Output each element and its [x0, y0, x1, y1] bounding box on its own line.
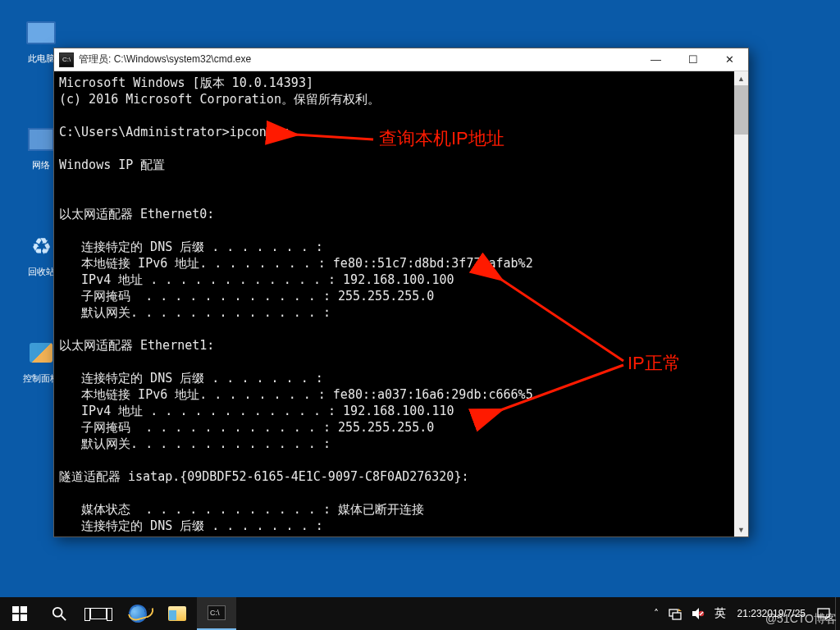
folder-icon — [168, 606, 186, 621]
scroll-thumb[interactable] — [734, 85, 748, 135]
svg-rect-8 — [673, 613, 681, 619]
tray-ime[interactable]: 英 — [710, 597, 731, 630]
titlebar[interactable]: C:\ 管理员: C:\Windows\system32\cmd.exe — ☐… — [54, 48, 748, 71]
window-title: 管理员: C:\Windows\system32\cmd.exe — [79, 52, 637, 66]
tray-chevron[interactable]: ˄ — [649, 597, 664, 630]
recycle-icon: ♻ — [25, 230, 57, 262]
search-button[interactable] — [39, 597, 79, 630]
terminal-output[interactable]: Microsoft Windows [版本 10.0.14393] (c) 20… — [54, 71, 734, 536]
search-icon — [52, 606, 66, 621]
vertical-scrollbar[interactable]: ▲ ▼ — [734, 71, 748, 536]
cmd-body: Microsoft Windows [版本 10.0.14393] (c) 20… — [54, 71, 748, 536]
network-icon — [25, 123, 57, 156]
cmd-window[interactable]: C:\ 管理员: C:\Windows\system32\cmd.exe — ☐… — [53, 48, 749, 537]
svg-rect-2 — [21, 606, 27, 613]
taskbar-cmd[interactable]: C:\ — [197, 597, 236, 630]
taskbar: C:\ ˄ 英 21:23 2019/7/25 — [0, 597, 840, 630]
scroll-up-arrow[interactable]: ▲ — [734, 71, 748, 85]
taskbar-explorer[interactable] — [158, 597, 197, 630]
svg-point-5 — [53, 608, 62, 617]
cmd-task-icon: C:\ — [208, 605, 226, 620]
svg-line-6 — [62, 616, 66, 620]
windows-icon — [12, 606, 27, 621]
taskview-icon — [90, 608, 107, 619]
window-buttons: — ☐ ✕ — [637, 48, 748, 71]
watermark: @51CTO博客 — [765, 612, 837, 627]
ie-icon — [127, 603, 149, 625]
tray-network-icon[interactable] — [664, 597, 687, 630]
svg-marker-10 — [692, 608, 699, 619]
clock-time: 21:23 — [737, 608, 762, 619]
title-prefix: 管理员: — [79, 53, 114, 65]
close-button[interactable]: ✕ — [711, 48, 748, 71]
thispc-icon — [25, 16, 57, 49]
start-button[interactable] — [0, 597, 39, 630]
cpanel-icon — [25, 336, 57, 369]
title-path: C:\Windows\system32\cmd.exe — [114, 53, 251, 65]
svg-rect-3 — [12, 614, 19, 621]
taskview-button[interactable] — [79, 597, 118, 630]
taskbar-ie[interactable] — [118, 597, 158, 630]
svg-rect-1 — [12, 606, 19, 613]
tray-volume-icon[interactable] — [687, 597, 710, 630]
maximize-button[interactable]: ☐ — [674, 48, 711, 71]
scroll-down-arrow[interactable]: ▼ — [734, 523, 748, 536]
svg-marker-9 — [678, 609, 682, 611]
svg-rect-4 — [21, 614, 27, 621]
cmd-app-icon: C:\ — [59, 52, 74, 67]
minimize-button[interactable]: — — [637, 48, 674, 71]
